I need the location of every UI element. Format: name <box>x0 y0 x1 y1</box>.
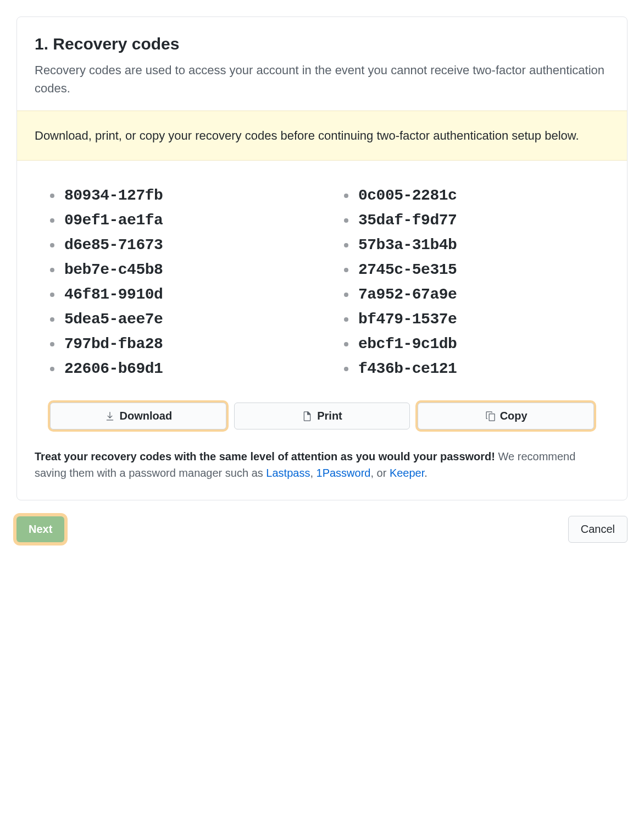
bullet-icon <box>50 342 54 346</box>
code-item: 09ef1-ae1fa <box>50 212 300 229</box>
print-label: Print <box>317 410 342 422</box>
code-item: f436b-ce121 <box>344 360 594 377</box>
bullet-icon <box>344 268 348 272</box>
recovery-code: 0c005-2281c <box>358 187 457 204</box>
code-item: 5dea5-aee7e <box>50 311 300 328</box>
card-header: 1. Recovery codes Recovery codes are use… <box>17 17 627 111</box>
download-button[interactable]: Download <box>50 403 226 429</box>
code-item: 2745c-5e315 <box>344 261 594 278</box>
bullet-icon <box>344 342 348 346</box>
recovery-code: d6e85-71673 <box>64 236 163 254</box>
bullet-icon <box>50 194 54 198</box>
footer-end: . <box>424 467 428 479</box>
footer-strong: Treat your recovery codes with the same … <box>35 450 495 462</box>
copy-label: Copy <box>500 410 528 422</box>
codes-section: 80934-127fb 09ef1-ae1fa d6e85-71673 beb7… <box>17 161 627 396</box>
bullet-icon <box>50 218 54 223</box>
print-button[interactable]: Print <box>234 403 410 429</box>
bullet-icon <box>344 243 348 247</box>
keeper-link[interactable]: Keeper <box>390 467 424 479</box>
code-item: 7a952-67a9e <box>344 286 594 303</box>
code-item: 0c005-2281c <box>344 187 594 204</box>
bullet-icon <box>344 317 348 322</box>
recovery-code: ebcf1-9c1db <box>358 335 457 352</box>
bullet-icon <box>50 317 54 322</box>
recovery-code: 797bd-fba28 <box>64 335 163 352</box>
code-item: 35daf-f9d77 <box>344 212 594 229</box>
code-item: ebcf1-9c1db <box>344 335 594 352</box>
onepassword-link[interactable]: 1Password <box>317 467 371 479</box>
file-icon <box>302 411 313 422</box>
warning-banner: Download, print, or copy your recovery c… <box>17 111 627 161</box>
recovery-code: beb7e-c45b8 <box>64 261 163 278</box>
recovery-code: 22606-b69d1 <box>64 360 163 377</box>
code-item: 22606-b69d1 <box>50 360 300 377</box>
code-item: d6e85-71673 <box>50 236 300 254</box>
bullet-icon <box>344 367 348 371</box>
bullet-icon <box>50 243 54 247</box>
copy-button[interactable]: Copy <box>418 403 594 429</box>
recovery-code: 09ef1-ae1fa <box>64 212 163 229</box>
download-label: Download <box>120 410 173 422</box>
code-item: 797bd-fba28 <box>50 335 300 352</box>
bullet-icon <box>344 194 348 198</box>
bullet-icon <box>50 268 54 272</box>
code-item: 80934-127fb <box>50 187 300 204</box>
footer-note: Treat your recovery codes with the same … <box>17 444 627 500</box>
next-button[interactable]: Next <box>16 516 64 542</box>
recovery-code: 46f81-9910d <box>64 286 163 303</box>
copy-icon <box>485 411 496 422</box>
codes-column-right: 0c005-2281c 35daf-f9d77 57b3a-31b4b 2745… <box>344 187 594 385</box>
bullet-icon <box>344 293 348 297</box>
recovery-code: 2745c-5e315 <box>358 261 457 278</box>
codes-grid: 80934-127fb 09ef1-ae1fa d6e85-71673 beb7… <box>50 187 594 385</box>
code-item: 46f81-9910d <box>50 286 300 303</box>
recovery-code: f436b-ce121 <box>358 360 457 377</box>
recovery-code: 57b3a-31b4b <box>358 236 457 254</box>
bullet-icon <box>50 293 54 297</box>
recovery-code: bf479-1537e <box>358 311 457 328</box>
codes-column-left: 80934-127fb 09ef1-ae1fa d6e85-71673 beb7… <box>50 187 300 385</box>
recovery-code: 80934-127fb <box>64 187 163 204</box>
recovery-code: 35daf-f9d77 <box>358 212 457 229</box>
lastpass-link[interactable]: Lastpass <box>266 467 310 479</box>
recovery-code: 7a952-67a9e <box>358 286 457 303</box>
actions-row: Download Print Copy <box>17 396 627 444</box>
code-item: bf479-1537e <box>344 311 594 328</box>
footer-sep: , or <box>370 467 389 479</box>
download-icon <box>104 411 115 422</box>
recovery-code: 5dea5-aee7e <box>64 311 163 328</box>
recovery-codes-card: 1. Recovery codes Recovery codes are use… <box>16 16 628 500</box>
footer-sep: , <box>310 467 316 479</box>
code-item: 57b3a-31b4b <box>344 236 594 254</box>
bullet-icon <box>344 218 348 223</box>
bottom-row: Next Cancel <box>16 516 628 543</box>
code-item: beb7e-c45b8 <box>50 261 300 278</box>
card-subtitle: Recovery codes are used to access your a… <box>35 61 609 97</box>
card-title: 1. Recovery codes <box>35 35 609 53</box>
cancel-button[interactable]: Cancel <box>568 516 628 543</box>
bullet-icon <box>50 367 54 371</box>
